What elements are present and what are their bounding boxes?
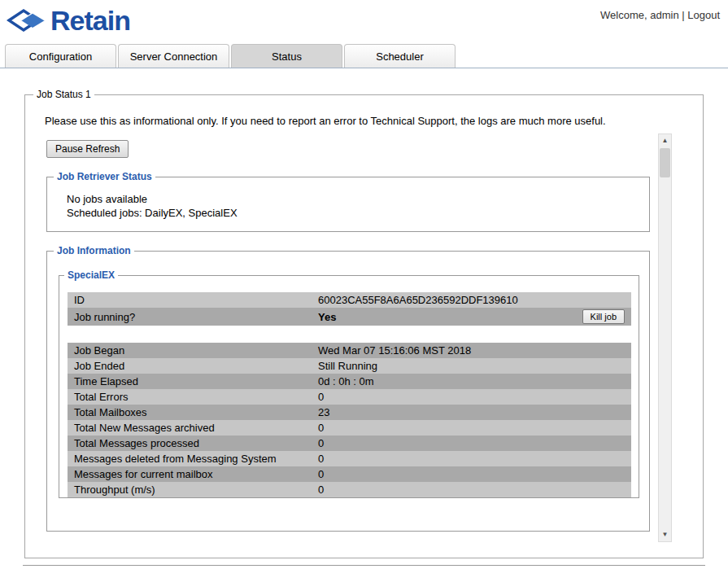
job-status-fieldset: Job Status 1 Please use this as informat… xyxy=(24,89,704,558)
spacer-cell xyxy=(68,326,631,343)
row-value: 0 xyxy=(312,451,568,466)
row-value: Wed Mar 07 15:16:06 MST 2018 xyxy=(312,343,568,358)
row-action-cell xyxy=(568,405,631,420)
row-action-cell: Kill job xyxy=(568,308,631,326)
row-label: Messages for current mailbox xyxy=(68,466,312,482)
row-value: 0 xyxy=(312,436,568,451)
row-value: Still Running xyxy=(312,358,568,374)
welcome-separator: | xyxy=(679,9,688,21)
row-label: ID xyxy=(68,292,312,308)
row-label: Time Elapsed xyxy=(68,374,312,389)
job-table-row: Total New Messages archived0 xyxy=(68,420,631,436)
row-value: Yes xyxy=(312,308,568,326)
retriever-scheduled-line: Scheduled jobs: DailyEX, SpecialEX xyxy=(67,206,643,220)
row-label: Total Errors xyxy=(68,389,312,405)
job-specialex-fieldset: SpecialEX ID60023CA55F8A6A65D236592DDF13… xyxy=(59,269,639,498)
tab-scheduler[interactable]: Scheduler xyxy=(344,44,456,68)
job-retriever-fieldset: Job Retriever Status No jobs available S… xyxy=(46,171,650,232)
welcome-text: Welcome, admin | Logout xyxy=(600,4,720,21)
job-status-table: ID60023CA55F8A6A65D236592DDF139610Job ru… xyxy=(68,292,631,497)
page-bottom-divider xyxy=(23,565,705,566)
scroll-content: Pause Refresh Job Retriever Status No jo… xyxy=(45,133,658,542)
row-value: 0 xyxy=(312,389,568,405)
job-table-row: Messages deleted from Messaging System0 xyxy=(68,451,631,466)
info-text: Please use this as informational only. I… xyxy=(45,115,695,127)
tab-status[interactable]: Status xyxy=(231,44,342,68)
tab-server-connection[interactable]: Server Connection xyxy=(118,44,229,68)
job-retriever-body: No jobs available Scheduled jobs: DailyE… xyxy=(54,186,643,223)
row-value: 60023CA55F8A6A65D236592DDF139610 xyxy=(312,292,568,308)
welcome-user-label: Welcome, admin xyxy=(600,9,679,21)
job-table-row: Messages for current mailbox0 xyxy=(68,466,631,482)
job-table-row: Job EndedStill Running xyxy=(68,358,631,374)
row-label: Job running? xyxy=(68,308,312,326)
app-header: Retain Welcome, admin | Logout xyxy=(0,0,728,44)
scrollbar-thumb[interactable] xyxy=(660,148,670,177)
tab-configuration[interactable]: Configuration xyxy=(5,44,116,68)
row-label: Total Messages processed xyxy=(68,436,312,451)
app-logo-text: Retain xyxy=(50,4,130,37)
row-label: Total New Messages archived xyxy=(68,420,312,436)
job-status-legend: Job Status 1 xyxy=(33,89,94,100)
job-table-row: Job running?YesKill job xyxy=(68,308,631,326)
job-retriever-legend: Job Retriever Status xyxy=(54,171,155,182)
row-action-cell xyxy=(568,343,631,358)
row-action-cell xyxy=(568,466,631,482)
row-action-cell xyxy=(568,420,631,436)
row-action-cell xyxy=(568,389,631,405)
job-table-row: Time Elapsed0d : 0h : 0m xyxy=(68,374,631,389)
row-label: Job Ended xyxy=(68,358,312,374)
row-value: 0d : 0h : 0m xyxy=(312,374,568,389)
row-action-cell xyxy=(568,374,631,389)
scroll-up-button[interactable]: ▲ xyxy=(659,134,671,147)
main-area: Job Status 1 Please use this as informat… xyxy=(0,68,728,566)
tab-bar: ConfigurationServer ConnectionStatusSche… xyxy=(0,44,728,68)
job-information-legend: Job Information xyxy=(54,245,134,256)
row-label: Total Mailboxes xyxy=(68,405,312,420)
row-value: 0 xyxy=(312,420,568,436)
logout-link[interactable]: Logout xyxy=(687,9,720,21)
row-action-cell xyxy=(568,358,631,374)
pause-refresh-button[interactable]: Pause Refresh xyxy=(46,140,129,158)
job-table-row: Total Mailboxes23 xyxy=(68,405,631,420)
row-value: 0 xyxy=(312,482,568,497)
row-value: 23 xyxy=(312,405,568,420)
row-label: Messages deleted from Messaging System xyxy=(68,451,312,466)
job-table-row: Total Messages processed0 xyxy=(68,436,631,451)
job-table-row: Throughput (m/s)0 xyxy=(68,482,631,497)
scroll-down-button[interactable]: ▼ xyxy=(659,528,671,541)
job-table-row: ID60023CA55F8A6A65D236592DDF139610 xyxy=(68,292,631,308)
kill-job-button[interactable]: Kill job xyxy=(582,309,625,324)
row-action-cell xyxy=(568,436,631,451)
row-action-cell xyxy=(568,292,631,308)
row-action-cell xyxy=(568,482,631,497)
retain-logo-icon xyxy=(7,7,47,34)
row-label: Job Began xyxy=(68,343,312,358)
job-information-fieldset: Job Information SpecialEX ID60023CA55F8A… xyxy=(46,245,650,532)
job-specialex-legend: SpecialEX xyxy=(64,269,118,281)
job-table-row: Total Errors0 xyxy=(68,389,631,405)
app-logo: Retain xyxy=(7,4,130,37)
scroll-region: Pause Refresh Job Retriever Status No jo… xyxy=(45,133,672,542)
row-action-cell xyxy=(568,451,631,466)
job-table-spacer-row xyxy=(68,326,631,343)
job-table-row: Job BeganWed Mar 07 15:16:06 MST 2018 xyxy=(68,343,631,358)
row-value: 0 xyxy=(312,466,568,482)
row-label: Throughput (m/s) xyxy=(68,482,312,497)
retriever-status-line: No jobs available xyxy=(67,192,643,206)
vertical-scrollbar[interactable]: ▲ ▼ xyxy=(658,133,672,542)
scrollbar-track[interactable] xyxy=(659,177,671,528)
